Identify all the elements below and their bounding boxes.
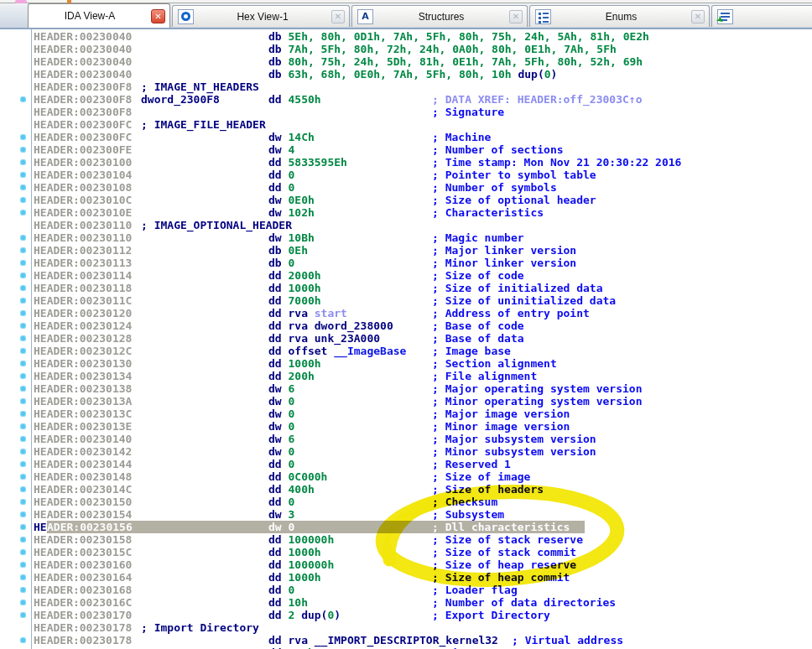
listing-line[interactable]: HEADER:00230178; Import Directory xyxy=(0,621,812,634)
tab-imports[interactable]: ➤ Imp xyxy=(711,5,812,27)
line-comment: ; Size of image xyxy=(432,470,530,483)
line-comment: ; File alignment xyxy=(432,370,537,382)
nav-dot-icon xyxy=(20,436,26,442)
listing-line[interactable]: HEADER:0023015Cdd 1000h; Size of stack c… xyxy=(0,546,812,558)
nav-dot-icon xyxy=(20,273,26,278)
nav-dot-icon xyxy=(20,524,26,530)
instruction: dd rva start xyxy=(268,307,347,319)
instruction: dd 200h xyxy=(268,370,315,382)
line-address: HEADER:0023010C xyxy=(34,194,132,206)
line-comment: ; Signature xyxy=(432,106,504,118)
tab-structures[interactable]: A Structures ✕ xyxy=(351,5,528,27)
listing-line[interactable]: HEADER:00230178dd rva __IMPORT_DESCRIPTO… xyxy=(0,634,812,646)
listing-line[interactable]: HEADER:00230113db 0; Minor linker versio… xyxy=(0,257,812,269)
listing-line[interactable]: HEADER:00230104dd 0; Pointer to symbol t… xyxy=(0,169,812,181)
tab-ida-view-a[interactable]: IDA View-A ✕ xyxy=(28,3,170,28)
listing-line[interactable]: HEADER:00230112db 0Eh; Major linker vers… xyxy=(0,244,812,257)
instruction: db 0Eh xyxy=(268,244,308,257)
listing-line[interactable]: HEADER:00230164dd 1000h; Size of heap co… xyxy=(0,571,812,584)
listing-line[interactable]: HEADER:0023014Cdd 400h; Size of headers xyxy=(0,483,812,496)
line-address: HEADER:00230114 xyxy=(34,269,132,282)
listing-line[interactable]: HEADER:00230110; IMAGE_OPTIONAL_HEADER xyxy=(0,219,812,231)
close-tab-icon[interactable]: ✕ xyxy=(691,10,705,23)
listing-line[interactable]: HEADER:0023013Adw 0; Minor operating sys… xyxy=(0,395,812,408)
listing-line[interactable]: HEADER:00230150dd 0; Checksum xyxy=(0,496,812,508)
listing-line[interactable]: HEADER:00230160dd 100000h; Size of heap … xyxy=(0,558,812,571)
listing-line[interactable]: HEADER:002300FCdw 14Ch; Machine xyxy=(0,131,812,143)
listing-line[interactable]: HEADER:00230124dd rva dword_238000; Base… xyxy=(0,319,812,332)
line-address: HEADER:002300FE xyxy=(34,143,132,156)
disassembly-listing[interactable]: HEADER:00230040db 5Eh, 80h, 0D1h, 7Ah, 5… xyxy=(0,30,812,649)
listing-line[interactable]: HEADER:00230040db 7Ah, 5Fh, 80h, 72h, 24… xyxy=(0,43,812,55)
tab-hex-view-1[interactable]: Hex View-1 ✕ xyxy=(172,5,350,27)
line-comment: ; Magic number xyxy=(432,231,524,244)
listing-line[interactable]: HEADER:00230158dd 100000h; Size of stack… xyxy=(0,533,812,546)
listing-line[interactable]: HEADER:0023016Cdd 10h; Number of data di… xyxy=(0,596,812,609)
listing-line[interactable]: HEADER:00230138dw 6; Major operating sys… xyxy=(0,382,812,395)
line-address: ADER:00230156 xyxy=(47,521,133,533)
line-comment: ; Base of code xyxy=(432,319,524,332)
listing-line[interactable]: HEADER:0023012Cdd offset __ImageBase; Im… xyxy=(0,345,812,357)
nav-dot-icon xyxy=(20,235,26,241)
listing-line[interactable]: HEADER:0023011Cdd 7000h; Size of uniniti… xyxy=(0,294,812,307)
close-tab-icon[interactable]: ✕ xyxy=(331,10,345,23)
listing-line[interactable]: HEADER:00230040db 80h, 75h, 24h, 5Dh, 81… xyxy=(0,55,812,68)
nav-dot-icon xyxy=(20,499,26,505)
listing-line[interactable]: HEADER:00230110dw 10Bh; Magic number xyxy=(0,231,812,244)
instruction: dd 2000h xyxy=(268,269,321,282)
nav-dot-icon xyxy=(20,298,26,304)
listing-line[interactable]: HEADER:0023010Edw 102h; Characteristics xyxy=(0,206,812,219)
listing-line[interactable]: HEADER:00230118dd 1000h; Size of initial… xyxy=(0,282,812,294)
line-address: HEADER:00230158 xyxy=(34,533,132,546)
listing-line[interactable]: HEADER:002300F8; IMAGE_NT_HEADERS xyxy=(0,80,812,93)
line-comment: ; Checksum xyxy=(432,496,497,508)
listing-line[interactable]: HEADER:00230154dw 3; Subsystem xyxy=(0,508,812,521)
listing-line[interactable]: HEADER:0023013Edw 0; Minor image version xyxy=(0,420,812,433)
instruction: db 7Ah, 5Fh, 80h, 72h, 24h, 0A0h, 80h, 0… xyxy=(268,43,617,55)
listing-line[interactable]: HEADER:00230170dd 2 dup(0); Export Direc… xyxy=(0,609,812,621)
listing-line-selected[interactable]: HEADER:00230156dw 0; Dll characteristics xyxy=(0,521,812,533)
tab-label: Structures xyxy=(373,11,509,23)
instruction: db 80h, 75h, 24h, 5Dh, 81h, 0E1h, 7Ah, 5… xyxy=(268,55,643,68)
listing-line[interactable]: HEADER:0023010Cdw 0E0h; Size of optional… xyxy=(0,194,812,206)
listing-line[interactable]: HEADER:00230140dw 6; Major subsystem ver… xyxy=(0,433,812,445)
line-address: HEADER:00230124 xyxy=(34,319,132,332)
listing-line[interactable]: HEADER:00230134dd 200h; File alignment xyxy=(0,370,812,382)
listing-line[interactable]: HEADER:00230130dd 1000h; Section alignme… xyxy=(0,357,812,370)
close-tab-icon[interactable]: ✕ xyxy=(509,10,523,23)
instruction: dw 102h xyxy=(268,206,315,219)
instruction: dw 4 xyxy=(268,143,294,156)
line-address: HEADER:00230112 xyxy=(34,244,132,257)
listing-line[interactable]: HEADER:00230040db 63h, 68h, 0E0h, 7Ah, 5… xyxy=(0,68,812,80)
tab-label: Imp xyxy=(733,11,812,23)
listing-line[interactable]: HEADER:00230128dd rva unk_23A000; Base o… xyxy=(0,332,812,345)
listing-line[interactable]: HEADER:00230168dd 0; Loader flag xyxy=(0,584,812,596)
instruction: dd 1000h xyxy=(268,571,321,584)
listing-line[interactable]: HEADER:00230040db 5Eh, 80h, 0D1h, 7Ah, 5… xyxy=(0,30,812,43)
listing-line[interactable]: HEADER:00230114dd 2000h; Size of code xyxy=(0,269,812,282)
listing-line[interactable]: HEADER:00230108dd 0; Number of symbols xyxy=(0,181,812,194)
imports-icon: ➤ xyxy=(717,9,733,24)
line-address: HEADER:00230154 xyxy=(34,508,132,521)
listing-line[interactable]: HEADER:0023013Cdw 0; Major image version xyxy=(0,408,812,420)
listing-line[interactable]: HEADER:00230100dd 5833595Eh; Time stamp:… xyxy=(0,156,812,169)
listing-line[interactable]: HEADER:00230148dd 0C000h; Size of image xyxy=(0,470,812,483)
tab-enums[interactable]: Enums ✕ xyxy=(529,5,710,27)
instruction: db 63h, 68h, 0E0h, 7Ah, 5Fh, 80h, 10h du… xyxy=(268,68,557,80)
listing-line[interactable]: HEADER:002300F8dword_2300F8dd 4550h; DAT… xyxy=(0,93,812,106)
close-tab-icon[interactable]: ✕ xyxy=(151,9,165,23)
line-address: HEADER:002300F8 xyxy=(34,80,132,93)
listing-line[interactable]: HEADER:002300F8; Signature xyxy=(0,106,812,118)
listing-line[interactable]: HEADER:00230120dd rva start; Address of … xyxy=(0,307,812,319)
line-comment: ; Major linker version xyxy=(432,244,576,257)
line-comment: ; Dll characteristics xyxy=(432,521,570,533)
nav-dot-icon xyxy=(20,587,26,593)
listing-line[interactable]: HEADER:002300FC; IMAGE_FILE_HEADER xyxy=(0,118,812,131)
instruction: dd rva __IMPORT_DESCRIPTOR_kernel32 xyxy=(268,634,498,646)
listing-line[interactable]: HEADER:002300FEdw 4; Number of sections xyxy=(0,143,812,156)
listing-line[interactable]: HEADER:00230144dd 0; Reserved 1 xyxy=(0,458,812,470)
instruction: dd rva unk_23A000 xyxy=(268,332,380,345)
instruction: dw 0E0h xyxy=(268,194,315,206)
line-comment: ; Number of data directories xyxy=(432,596,616,609)
listing-line[interactable]: HEADER:00230142dw 0; Minor subsystem ver… xyxy=(0,445,812,458)
